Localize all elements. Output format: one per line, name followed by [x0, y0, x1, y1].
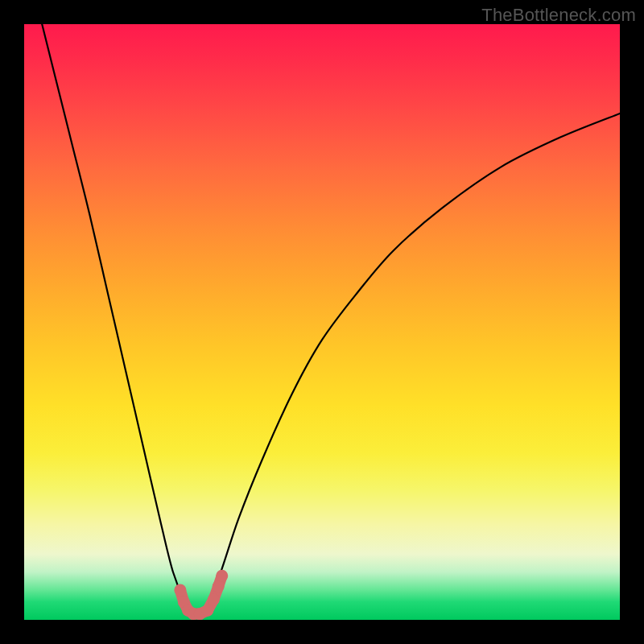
bottleneck-curve-svg	[24, 24, 620, 620]
vertex-marker-dot	[174, 584, 186, 597]
chart-frame: TheBottleneck.com	[0, 0, 644, 644]
vertex-marker-dot	[208, 593, 220, 605]
vertex-marker-dot	[216, 570, 228, 582]
bottleneck-curve	[42, 24, 620, 615]
vertex-marker-dot	[213, 580, 225, 592]
vertex-marker-group	[174, 570, 228, 620]
attribution-text: TheBottleneck.com	[481, 5, 636, 26]
plot-area	[24, 24, 620, 620]
vertex-marker-dot	[201, 605, 213, 617]
